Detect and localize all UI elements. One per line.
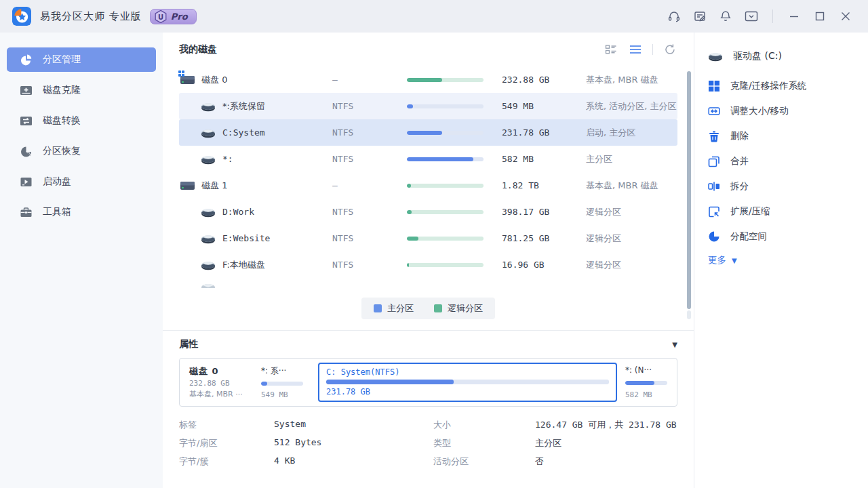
block-label: *: 系··· <box>261 365 310 377</box>
block-bar <box>625 381 667 385</box>
sidebar-item-boot-disk[interactable]: 启动盘 <box>7 169 156 194</box>
partition-disk-icon <box>201 260 216 270</box>
table-row-disk0[interactable]: 磁盘 0 – 232.88 GB 基本盘, MBR 磁盘 <box>179 66 677 93</box>
partition-recovery-icon <box>20 145 33 158</box>
card-view-icon[interactable] <box>604 42 618 57</box>
action-allocate-space[interactable]: 分配空间 <box>708 224 861 249</box>
sidebar-item-label: 分区管理 <box>43 54 81 66</box>
sidebar-item-partition-recovery[interactable]: 分区恢复 <box>7 139 156 163</box>
titlebar: 易我分区大师 专业版 U Pro <box>0 0 868 33</box>
refresh-icon[interactable] <box>663 42 677 57</box>
row-filesystem: NTFS <box>332 154 407 164</box>
drive-icon <box>708 51 723 62</box>
feedback-icon[interactable] <box>690 6 710 26</box>
page-title: 我的磁盘 <box>179 43 217 56</box>
usage-bar <box>407 237 484 241</box>
list-view-icon[interactable] <box>628 42 643 57</box>
field-value: System <box>274 419 433 431</box>
disk-map-block-unnamed[interactable]: *: (N··· 582 MB <box>625 363 671 402</box>
chevron-down-icon: ▼ <box>732 257 737 264</box>
action-delete[interactable]: 删除 <box>708 123 861 148</box>
main-panel: 我的磁盘 <box>163 33 694 488</box>
action-resize-move[interactable]: 调整大小/移动 <box>708 98 861 123</box>
sidebar-item-disk-convert[interactable]: 磁盘转换 <box>7 108 156 133</box>
scrollbar-track[interactable] <box>687 310 691 319</box>
table-row-unnamed-partition[interactable]: *: NTFS 582 MB 主分区 <box>179 146 677 172</box>
field-label: 大小 <box>433 419 535 431</box>
close-button[interactable] <box>835 6 856 26</box>
row-size: 582 MB <box>502 154 586 164</box>
action-extend-shrink[interactable]: 扩展/压缩 <box>708 199 861 224</box>
app-title: 易我分区大师 专业版 <box>40 10 142 23</box>
notification-bell-icon[interactable] <box>715 6 736 26</box>
table-row-d-work[interactable]: D:Work NTFS 398.17 GB 逻辑分区 <box>179 199 677 225</box>
more-link[interactable]: 更多 ▼ <box>708 254 861 266</box>
pro-badge[interactable]: U Pro <box>150 9 197 24</box>
action-merge[interactable]: 合并 <box>708 148 861 174</box>
sidebar-item-label: 启动盘 <box>43 176 71 188</box>
row-filesystem: NTFS <box>332 127 407 138</box>
disk-map-size: 232.88 GB <box>189 379 253 388</box>
disk-map-block-system-reserved[interactable]: *: 系··· 549 MB <box>261 363 310 402</box>
table-row-c-system[interactable]: C:System NTFS 231.78 GB 启动, 主分区 <box>179 119 677 146</box>
row-name: 磁盘 1 <box>201 180 227 192</box>
minimize-button[interactable] <box>784 6 804 26</box>
partition-disk-icon <box>201 154 216 165</box>
table-row-system-reserved[interactable]: *:系统保留 NTFS 549 MB 系统, 活动分区, 主分区 <box>179 93 677 119</box>
partition-disk-icon <box>201 207 216 218</box>
row-name: *: <box>222 154 233 164</box>
field-value: 126.47 GB 可用，共 231.78 GB <box>535 419 677 431</box>
sidebar-item-partition-manager[interactable]: 分区管理 <box>7 47 156 72</box>
partition-disk-icon <box>201 127 216 138</box>
usage-bar <box>407 157 484 161</box>
app-logo-icon <box>12 7 31 26</box>
table-row-f-local[interactable]: F:本地磁盘 NTFS 16.96 GB 逻辑分区 <box>179 251 677 278</box>
row-flags: 基本盘, MBR 磁盘 <box>586 180 677 192</box>
row-name: C:System <box>222 127 265 138</box>
support-headset-icon[interactable] <box>664 6 684 26</box>
selected-drive-label: 驱动盘 (C:) <box>733 50 782 62</box>
row-filesystem: NTFS <box>332 207 407 217</box>
field-label: 活动分区 <box>433 455 535 468</box>
windows-icon <box>708 80 720 92</box>
partition-disk-icon <box>201 101 216 112</box>
action-label: 扩展/压缩 <box>730 205 770 218</box>
maximize-button[interactable] <box>810 6 830 26</box>
block-size: 231.78 GB <box>326 387 609 396</box>
menu-dropdown-icon[interactable] <box>741 6 762 26</box>
usage-bar <box>407 104 484 108</box>
block-bar <box>261 382 303 386</box>
usage-bar <box>407 210 484 214</box>
usage-bar <box>407 263 484 267</box>
svg-text:U: U <box>158 13 163 20</box>
row-flags: 逻辑分区 <box>586 259 677 271</box>
scrollbar-thumb[interactable] <box>687 71 691 309</box>
properties-fields: 标签 System 大小 126.47 GB 可用，共 231.78 GB 字节… <box>179 419 677 468</box>
field-value: 主分区 <box>535 437 677 449</box>
action-split[interactable]: 拆分 <box>708 174 861 199</box>
row-size: 232.88 GB <box>502 75 586 85</box>
table-row-e-website[interactable]: E:Website NTFS 781.25 GB 逻辑分区 <box>179 225 677 251</box>
action-panel: 驱动盘 (C:) 克隆/迁移操作系统 调整大小/移动 删除 合并 <box>694 33 868 488</box>
disk-map-name: 磁盘 0 <box>189 365 253 378</box>
row-size: 231.78 GB <box>502 127 586 138</box>
table-row-clipped <box>179 278 677 288</box>
block-label: *: (N··· <box>625 365 671 375</box>
logical-partition-swatch <box>434 304 442 312</box>
row-filesystem: – <box>332 75 407 85</box>
disk-map-block-c-system-selected[interactable]: C: System(NTFS) 231.78 GB <box>318 363 617 402</box>
merge-icon <box>708 155 720 167</box>
windows-badge-icon <box>178 70 184 77</box>
collapse-caret-icon[interactable]: ▼ <box>672 341 677 348</box>
block-size: 549 MB <box>261 390 310 399</box>
row-flags: 基本盘, MBR 磁盘 <box>586 74 677 86</box>
table-row-disk1[interactable]: 磁盘 1 – 1.82 TB 基本盘, MBR 磁盘 <box>179 172 677 199</box>
sidebar-item-toolbox[interactable]: 工具箱 <box>7 200 156 224</box>
row-name: D:Work <box>222 207 254 217</box>
sidebar-item-disk-clone[interactable]: 磁盘克隆 <box>7 78 156 102</box>
usage-bar <box>407 184 484 188</box>
field-label: 字节/簇 <box>179 455 274 468</box>
action-clone-migrate-os[interactable]: 克隆/迁移操作系统 <box>708 73 861 98</box>
action-label: 删除 <box>730 130 749 142</box>
field-label: 类型 <box>433 437 535 449</box>
